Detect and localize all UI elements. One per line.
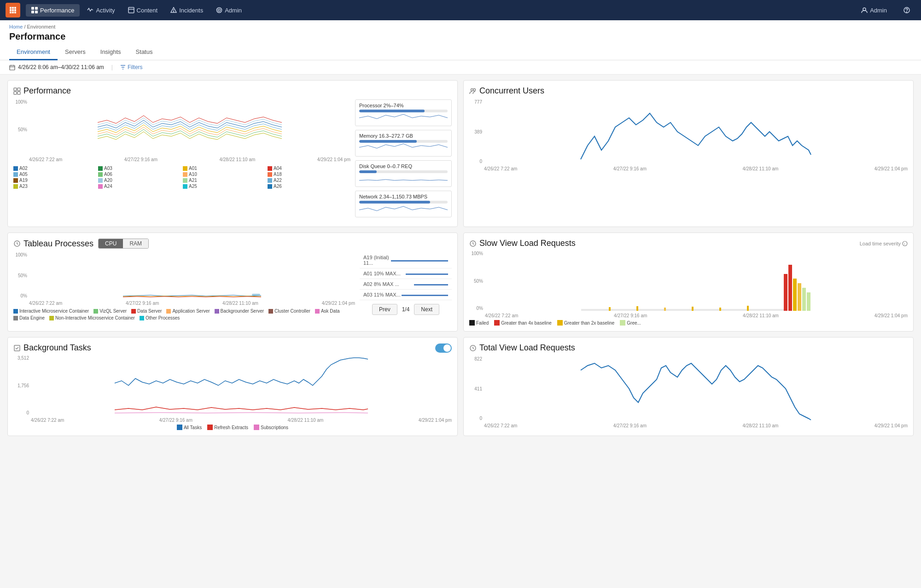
svg-rect-1 [12, 7, 14, 9]
server-item-a03: A03 11% MAX... [360, 290, 452, 300]
svg-rect-12 [35, 11, 38, 13]
incidents-icon [170, 7, 177, 13]
performance-metrics: Processor 2%–74% Memory 16.3–272.7 GB Di… [355, 99, 452, 221]
concurrent-x-labels: 4/26/22 7:22 am 4/27/22 9:16 am 4/28/22 … [484, 166, 908, 171]
legend-a03: A03 [98, 166, 181, 171]
legend-a18: A18 [268, 172, 350, 177]
app-logo [6, 3, 20, 17]
svg-rect-49 [807, 292, 810, 311]
legend-a02: A02 [13, 166, 96, 171]
server-item-a01: A01 10% MAX... [360, 268, 452, 279]
legend-a20: A20 [98, 178, 181, 183]
performance-card-icon [13, 87, 21, 95]
performance-x-labels: 4/26/22 7:22 am 4/27/22 9:16 am 4/28/22 … [29, 157, 350, 162]
filter-icon [120, 64, 126, 70]
legend-a24: A24 [98, 184, 181, 189]
bg-tasks-chart [31, 355, 452, 415]
process-server-list: A19 (Initial) 11... A01 10% MAX... A02 8… [360, 252, 452, 320]
filter-button[interactable]: Filters [120, 64, 143, 70]
svg-rect-13 [128, 7, 134, 13]
legend-a19: A19 [13, 178, 96, 183]
svg-rect-9 [31, 7, 34, 10]
slow-view-legend: Failed Greater than 4x baseline Greater … [469, 320, 908, 326]
svg-rect-47 [798, 283, 801, 311]
svg-rect-11 [31, 11, 34, 13]
cpu-ram-toggle: CPU RAM [98, 239, 149, 249]
bg-task-title: Background Tasks [13, 343, 91, 353]
prev-button[interactable]: Prev [372, 304, 397, 315]
svg-rect-28 [14, 92, 17, 94]
legend-a25: A25 [183, 184, 266, 189]
performance-card-title: Performance [13, 86, 452, 96]
server-legend: A02 A03 A01 A04 A05 A06 A10 A18 A19 A20 … [13, 166, 350, 189]
svg-rect-43 [747, 306, 749, 311]
metric-network: Network 2.34–1,150.73 MBPS [355, 191, 452, 217]
metric-disk-queue: Disk Queue 0–0.7 REQ [355, 160, 452, 187]
breadcrumb: Home / Environment [9, 24, 912, 29]
svg-point-16 [174, 12, 174, 12]
tab-insights[interactable]: Insights [93, 45, 128, 60]
bg-task-legend: All Tasks Refresh Extracts Subscriptions [13, 425, 452, 430]
nav-activity[interactable]: Activity [82, 4, 120, 17]
svg-rect-48 [802, 288, 806, 311]
process-legend: Interactive Microservice Container VizQL… [13, 309, 355, 320]
background-tasks-card: Background Tasks 3,512 1,756 0 [7, 337, 458, 436]
process-chart-svg [29, 252, 355, 298]
content-icon [128, 7, 134, 13]
svg-point-31 [473, 88, 476, 91]
cpu-toggle-btn[interactable]: CPU [99, 239, 123, 248]
severity-info-icon: i [902, 241, 908, 246]
legend-a01: A01 [183, 166, 266, 171]
nav-performance[interactable]: Performance [26, 4, 80, 17]
tableau-processes-card: Tableau Processes CPU RAM 100% 50% 0% [7, 233, 458, 332]
tab-servers[interactable]: Servers [58, 45, 93, 60]
next-button[interactable]: Next [414, 304, 439, 315]
svg-rect-5 [14, 9, 16, 11]
nav-right: Admin [856, 4, 915, 17]
page-header: Home / Environment Performance Environme… [0, 20, 921, 60]
svg-rect-39 [636, 306, 638, 311]
date-range[interactable]: 4/26/22 8:06 am–4/30/22 11:06 am [9, 64, 104, 70]
filter-bar: 4/26/22 8:06 am–4/30/22 11:06 am | Filte… [0, 60, 921, 75]
svg-point-18 [217, 8, 222, 13]
breadcrumb-home[interactable]: Home [9, 24, 23, 29]
nav-content[interactable]: Content [122, 4, 163, 17]
user-icon [861, 7, 868, 13]
slow-view-header: Slow View Load Requests Load time severi… [469, 239, 908, 248]
legend-a26: A26 [268, 184, 350, 189]
nav-incidents[interactable]: Incidents [165, 4, 209, 17]
filter-label: Filters [128, 64, 143, 70]
nav-help[interactable] [898, 4, 915, 16]
concurrent-users-title: Concurrent Users [469, 86, 908, 96]
tab-environment[interactable]: Environment [9, 45, 58, 60]
legend-a23: A23 [13, 184, 96, 189]
activity-icon [87, 7, 93, 13]
performance-chart-area: 100% 50% [13, 99, 452, 221]
bg-task-toggle[interactable] [435, 343, 452, 353]
total-view-chart [484, 356, 908, 421]
ram-toggle-btn[interactable]: RAM [123, 239, 148, 248]
svg-rect-6 [10, 12, 12, 13]
svg-rect-45 [788, 265, 792, 311]
performance-main-chart: 100% 50% [13, 99, 350, 221]
svg-rect-46 [793, 279, 797, 311]
admin-icon [216, 7, 222, 13]
process-icon [13, 240, 21, 247]
server-item-a19: A19 (Initial) 11... [360, 252, 452, 268]
total-view-card: Total View Load Requests 822 411 0 4/26/… [463, 337, 914, 436]
help-icon [904, 7, 910, 13]
tab-status[interactable]: Status [128, 45, 160, 60]
breadcrumb-section: Environment [27, 24, 56, 29]
severity-label: Load time severity i [860, 241, 908, 246]
concurrent-users-chart [484, 99, 908, 164]
page-title: Performance [9, 31, 912, 42]
svg-rect-33 [252, 294, 260, 296]
svg-point-21 [907, 12, 907, 12]
nav-user[interactable]: Admin [856, 4, 892, 17]
legend-a21: A21 [183, 178, 266, 183]
process-title: Tableau Processes [13, 239, 93, 249]
metric-processor: Processor 2%–74% [355, 99, 452, 126]
nav-admin[interactable]: Admin [210, 4, 247, 17]
metric-memory: Memory 16.3–272.7 GB [355, 130, 452, 157]
slow-view-chart [485, 251, 908, 311]
